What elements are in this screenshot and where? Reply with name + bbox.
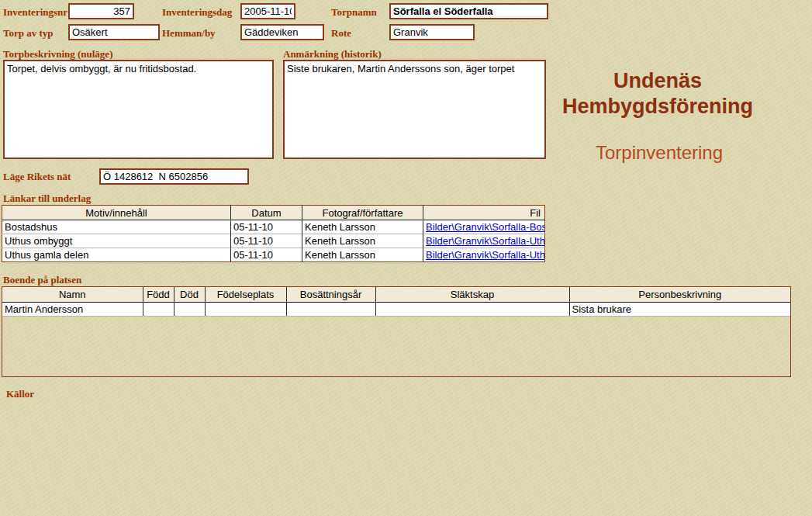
app-title: Torpinventering xyxy=(543,142,776,164)
dod-cell xyxy=(174,302,205,316)
links-table-row: Bostadshus 05-11-10 Keneth Larsson Bilde… xyxy=(2,220,545,234)
datum-cell: 05-11-10 xyxy=(231,220,302,234)
links-header-row: Motiv/innehåll Datum Fotograf/författare… xyxy=(2,206,545,220)
datum-cell: 05-11-10 xyxy=(231,234,302,248)
file-link[interactable]: Bilder\Granvik\Sorfalla-Uth xyxy=(426,235,545,247)
fotograf-cell: Keneth Larsson xyxy=(302,234,423,248)
file-link[interactable]: Bilder\Granvik\Sorfalla-Uth xyxy=(426,249,545,261)
org-title-line2: Hembygdsförening xyxy=(543,94,772,119)
anmarkning-label: Anmärkning (historik) xyxy=(283,48,382,61)
torp-av-typ-label: Torp av typ xyxy=(3,27,54,40)
motiv-cell: Uthus ombyggt xyxy=(2,234,231,248)
bosattningsar-cell xyxy=(286,302,375,316)
fil-cell: Bilder\Granvik\Sorfalla-Uth xyxy=(423,234,545,248)
fil-cell: Bilder\Granvik\Sorfalla-Uth xyxy=(423,248,545,262)
links-col-datum: Datum xyxy=(231,206,302,220)
org-title: Undenäs Hembygdsförening xyxy=(543,68,772,119)
hemman-by-field[interactable] xyxy=(240,24,324,40)
inventeringsdag-field[interactable] xyxy=(240,3,295,19)
torpbeskrivning-label: Torpbeskrivning (nuläge) xyxy=(3,48,112,61)
slaktskap-cell xyxy=(375,302,569,316)
rote-field[interactable] xyxy=(389,24,475,40)
lage-label: Läge Rikets nät xyxy=(3,171,71,183)
personbeskrivning-cell: Sista brukare xyxy=(569,302,790,316)
datum-cell: 05-11-10 xyxy=(231,248,302,262)
links-table: Motiv/innehåll Datum Fotograf/författare… xyxy=(2,205,545,262)
residents-table: Namn Född Död Födelseplats Bosättningsår… xyxy=(2,287,790,317)
links-col-fil: Fil xyxy=(423,206,545,220)
links-col-fotograf: Fotograf/författare xyxy=(302,206,423,220)
namn-cell: Martin Andersson xyxy=(2,302,143,316)
motiv-cell: Uthus gamla delen xyxy=(2,248,231,262)
residents-header-row: Namn Född Död Födelseplats Bosättningsår… xyxy=(2,287,790,302)
org-title-line1: Undenäs xyxy=(543,68,772,94)
torp-av-typ-field[interactable] xyxy=(68,24,160,40)
residents-table-row: Martin Andersson Sista brukare xyxy=(2,302,790,316)
torpinventering-page: Inventeringsnr Inventeringsdag Torpnamn … xyxy=(0,0,812,516)
fotograf-cell: Keneth Larsson xyxy=(302,220,423,234)
torpnamn-label: Torpnamn xyxy=(331,6,377,19)
rote-label: Rote xyxy=(331,27,351,40)
residents-col-dod: Död xyxy=(174,287,205,302)
inventeringsdag-label: Inventeringsdag xyxy=(162,6,232,19)
fodd-cell xyxy=(143,302,174,316)
residents-col-personbeskrivning: Personbeskrivning xyxy=(569,287,790,302)
links-heading: Länkar till underlag xyxy=(3,192,91,205)
residents-col-fodd: Född xyxy=(143,287,174,302)
anmarkning-textarea[interactable]: Siste brukaren, Martin Anderssons son, ä… xyxy=(283,60,546,159)
residents-col-bosattningsar: Bosättningsår xyxy=(286,287,375,302)
residents-col-slaktskap: Släktskap xyxy=(375,287,569,302)
links-table-row: Uthus ombyggt 05-11-10 Keneth Larsson Bi… xyxy=(2,234,545,248)
links-col-motiv: Motiv/innehåll xyxy=(2,206,231,220)
lage-field[interactable] xyxy=(99,168,249,185)
fil-cell: Bilder\Granvik\Sorfalla-Bos xyxy=(423,220,545,234)
hemman-by-label: Hemman/by xyxy=(162,27,216,40)
torpbeskrivning-textarea[interactable]: Torpet, delvis ombyggt, är nu fritidsbos… xyxy=(3,60,274,159)
file-link[interactable]: Bilder\Granvik\Sorfalla-Bos xyxy=(426,221,545,233)
motiv-cell: Bostadshus xyxy=(2,220,231,234)
residents-col-namn: Namn xyxy=(2,287,143,302)
torpnamn-field[interactable] xyxy=(389,3,548,19)
residents-heading: Boende på platsen xyxy=(3,274,81,286)
sources-heading: Källor xyxy=(6,388,34,400)
residents-col-fodelseplats: Födelseplats xyxy=(205,287,286,302)
fotograf-cell: Keneth Larsson xyxy=(302,248,423,262)
links-table-row: Uthus gamla delen 05-11-10 Keneth Larsso… xyxy=(2,248,545,262)
fodelseplats-cell xyxy=(205,302,286,316)
residents-table-frame: Namn Född Död Födelseplats Bosättningsår… xyxy=(2,286,791,377)
inventeringsnr-label: Inventeringsnr xyxy=(3,6,67,19)
inventeringsnr-field[interactable] xyxy=(68,3,134,19)
